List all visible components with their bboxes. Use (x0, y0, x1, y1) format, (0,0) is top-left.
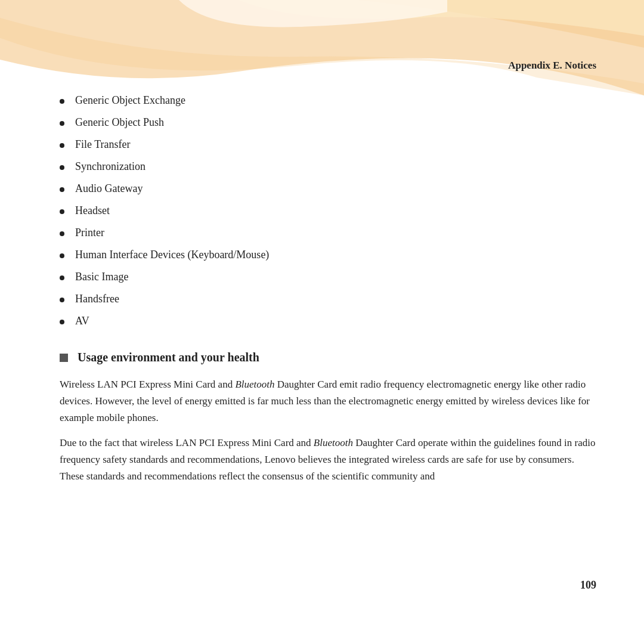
bullet-icon (60, 209, 64, 214)
bullet-icon (60, 143, 64, 148)
bullet-icon (60, 231, 64, 236)
bullet-icon (60, 187, 64, 192)
section-square-icon (60, 354, 68, 362)
list-item-text: Human Interface Devices (Keyboard/Mouse) (75, 247, 269, 263)
list-item: Printer (60, 225, 596, 241)
list-item: Headset (60, 203, 596, 219)
list-item: Basic Image (60, 269, 596, 285)
list-item-text: Basic Image (75, 269, 128, 285)
body-paragraph: Wireless LAN PCI Express Mini Card and B… (60, 376, 596, 426)
bullet-icon (60, 121, 64, 126)
list-item-text: Audio Gateway (75, 181, 143, 197)
bullet-icon (60, 99, 64, 104)
list-item: Handsfree (60, 291, 596, 307)
page-header-title: Appendix E. Notices (508, 60, 596, 72)
list-item: Audio Gateway (60, 181, 596, 197)
list-item-text: File Transfer (75, 137, 131, 153)
list-item-text: Synchronization (75, 159, 145, 175)
body-paragraph: Due to the fact that wireless LAN PCI Ex… (60, 435, 596, 485)
list-item: Generic Object Exchange (60, 92, 596, 109)
body-paragraphs: Wireless LAN PCI Express Mini Card and B… (60, 376, 596, 485)
section-heading: Usage environment and your health (60, 351, 596, 364)
list-item: Human Interface Devices (Keyboard/Mouse) (60, 247, 596, 263)
list-item-text: Headset (75, 203, 110, 219)
bullet-icon (60, 275, 64, 280)
list-item-text: Generic Object Push (75, 114, 164, 131)
bullet-icon (60, 165, 64, 170)
list-item-text: Handsfree (75, 291, 119, 307)
header-decoration (0, 0, 644, 95)
list-item-text: AV (75, 313, 89, 329)
list-item-text: Printer (75, 225, 104, 241)
list-item: AV (60, 313, 596, 329)
list-item: File Transfer (60, 137, 596, 153)
list-item-text: Generic Object Exchange (75, 92, 185, 109)
bullet-icon (60, 320, 64, 324)
bullet-icon (60, 253, 64, 258)
page-number: 109 (580, 579, 596, 592)
bullet-list: Generic Object ExchangeGeneric Object Pu… (60, 92, 596, 329)
main-content: Generic Object ExchangeGeneric Object Pu… (60, 92, 596, 608)
list-item: Synchronization (60, 159, 596, 175)
section-heading-text: Usage environment and your health (78, 351, 259, 364)
list-item: Generic Object Push (60, 114, 596, 131)
bullet-icon (60, 298, 64, 302)
